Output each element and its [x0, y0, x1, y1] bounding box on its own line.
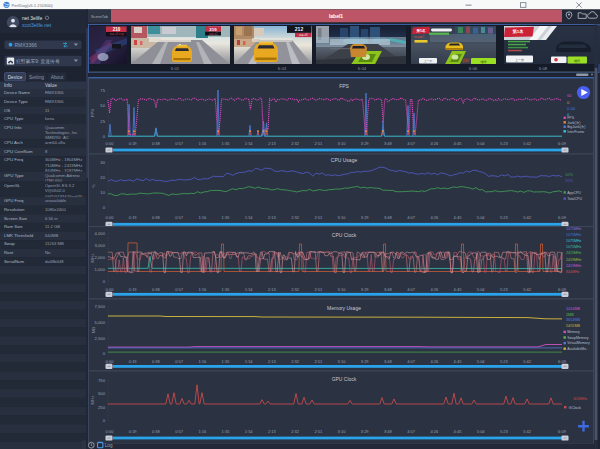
svg-text:上一步: 上一步: [424, 59, 433, 63]
svg-text:第1名: 第1名: [415, 28, 426, 33]
svg-text:30: 30: [100, 160, 105, 165]
svg-text:6:09: 6:09: [558, 359, 567, 364]
svg-text:2:13: 2:13: [268, 141, 277, 146]
svg-text:5:42: 5:42: [523, 215, 532, 220]
svg-text:0:38: 0:38: [152, 141, 161, 146]
svg-text:250: 250: [98, 405, 106, 410]
svg-text:1080x2400: 1080x2400: [45, 207, 66, 212]
svg-text:CPU Type: CPU Type: [4, 116, 24, 121]
svg-text:第1名: 第1名: [511, 29, 523, 34]
svg-text:4:07: 4:07: [407, 141, 416, 146]
svg-text:连杀 x3: 连杀 x3: [299, 33, 308, 37]
svg-text:7,500: 7,500: [95, 304, 106, 309]
svg-text:2:13: 2:13: [268, 215, 277, 220]
svg-text:GClock: GClock: [569, 406, 582, 410]
svg-text:Value: Value: [45, 83, 57, 88]
svg-text:500: 500: [98, 391, 106, 396]
svg-text:LMK Threshold: LMK Threshold: [4, 233, 34, 238]
svg-text:4:07: 4:07: [407, 287, 416, 292]
svg-text:2:51: 2:51: [314, 215, 323, 220]
svg-text:5492MB: 5492MB: [566, 324, 581, 328]
svg-text:4:26: 4:26: [430, 429, 439, 434]
svg-text:5:42: 5:42: [523, 429, 532, 434]
svg-text:SceneTab: SceneTab: [91, 15, 108, 19]
svg-text:1:54: 1:54: [245, 429, 254, 434]
svg-text:219: 219: [209, 27, 217, 32]
svg-text:844MHz: 844MHz: [566, 270, 580, 274]
svg-text:6:09: 6:09: [558, 429, 567, 434]
svg-text:Quacomm: Quacomm: [45, 125, 65, 130]
svg-text:PerfDog(v5.1.210300): PerfDog(v5.1.210300): [12, 3, 54, 8]
svg-text:AppCPU: AppCPU: [567, 191, 581, 195]
svg-text:xcoi3elife.net: xcoi3elife.net: [22, 22, 52, 28]
svg-text:5:42: 5:42: [523, 287, 532, 292]
svg-text:Device Type: Device Type: [4, 99, 28, 104]
svg-text:1:35: 1:35: [222, 429, 231, 434]
svg-text:RMX3366: RMX3366: [45, 99, 64, 104]
svg-text:1:16: 1:16: [198, 215, 207, 220]
svg-text:3:48: 3:48: [384, 429, 393, 434]
svg-text:1:54: 1:54: [245, 287, 254, 292]
svg-text:0.00: 0.00: [567, 106, 576, 111]
svg-text:SerialNum: SerialNum: [4, 259, 24, 264]
svg-text:4,000: 4,000: [95, 231, 106, 236]
svg-text:Device Name: Device Name: [4, 90, 30, 95]
svg-text:4:26: 4:26: [430, 141, 439, 146]
svg-text:0:00: 0:00: [106, 215, 115, 220]
svg-text:GPU Freq: GPU Freq: [4, 198, 24, 203]
svg-text:继续: 继续: [481, 60, 487, 64]
svg-text:AvailableMe..: AvailableMe..: [567, 347, 588, 351]
svg-text:连杀 x2 奖励: 连杀 x2 奖励: [109, 32, 124, 36]
svg-text:3:29: 3:29: [361, 141, 370, 146]
svg-text:5:23: 5:23: [500, 215, 509, 220]
svg-text:0:19: 0:19: [129, 141, 138, 146]
svg-text:BigJank(次): BigJank(次): [567, 124, 585, 129]
svg-text:4:26: 4:26: [430, 215, 439, 220]
svg-text:1:16: 1:16: [198, 429, 207, 434]
svg-text:710MHz - 2419MHz: 710MHz - 2419MHz: [45, 163, 82, 168]
svg-text:1075MHz: 1075MHz: [566, 239, 582, 243]
svg-text:da68b648: da68b648: [45, 259, 64, 264]
svg-text:640MB: 640MB: [45, 233, 58, 238]
svg-text:25: 25: [100, 119, 105, 124]
svg-text:2:32: 2:32: [291, 141, 300, 146]
svg-text:3:48: 3:48: [384, 359, 393, 364]
svg-text:5:04: 5:04: [477, 287, 486, 292]
svg-text:VirtualMemory: VirtualMemory: [567, 341, 590, 345]
svg-text:1,000: 1,000: [95, 267, 106, 272]
svg-text:300MHz - 1804MHz: 300MHz - 1804MHz: [45, 157, 82, 162]
svg-text:OpenGL: OpenGL: [4, 183, 21, 188]
svg-text:60: 60: [567, 93, 572, 98]
svg-text:6:08: 6:08: [539, 66, 548, 71]
svg-text:5:04: 5:04: [477, 429, 486, 434]
svg-text:4:45: 4:45: [454, 215, 463, 220]
svg-text:2:13: 2:13: [268, 359, 277, 364]
svg-text:2:51: 2:51: [314, 287, 323, 292]
svg-text:2MB: 2MB: [566, 313, 574, 317]
svg-text:1:35: 1:35: [222, 287, 231, 292]
svg-text:11.2 GB: 11.2 GB: [45, 224, 60, 229]
svg-text:CPU Info: CPU Info: [4, 125, 22, 130]
svg-text:0:38: 0:38: [152, 287, 161, 292]
svg-text:6.56 in: 6.56 in: [45, 216, 58, 221]
svg-text:0:19: 0:19: [129, 429, 138, 434]
svg-text:OS: OS: [4, 108, 10, 113]
svg-text:4:26: 4:26: [430, 287, 439, 292]
svg-text:2419MHz: 2419MHz: [566, 258, 582, 262]
svg-text:Device: Device: [8, 75, 23, 80]
svg-text:1:54: 1:54: [245, 359, 254, 364]
svg-text:4:07: 4:07: [407, 429, 416, 434]
svg-text:20: 20: [100, 175, 105, 180]
svg-text:2:13: 2:13: [268, 287, 277, 292]
svg-text:InterFrame: InterFrame: [567, 130, 584, 134]
svg-text:CPU Arch: CPU Arch: [4, 140, 23, 145]
svg-text:unavailable: unavailable: [45, 198, 67, 203]
svg-text:MHz: MHz: [90, 253, 95, 262]
svg-text:2:32: 2:32: [291, 215, 300, 220]
svg-text:1:35: 1:35: [222, 359, 231, 364]
svg-text:6:09: 6:09: [558, 215, 567, 220]
svg-text:FPS: FPS: [339, 83, 349, 89]
svg-text:label1: label1: [329, 13, 343, 19]
svg-text:Ram Size: Ram Size: [4, 224, 23, 229]
svg-text:1075MHz: 1075MHz: [566, 233, 582, 237]
